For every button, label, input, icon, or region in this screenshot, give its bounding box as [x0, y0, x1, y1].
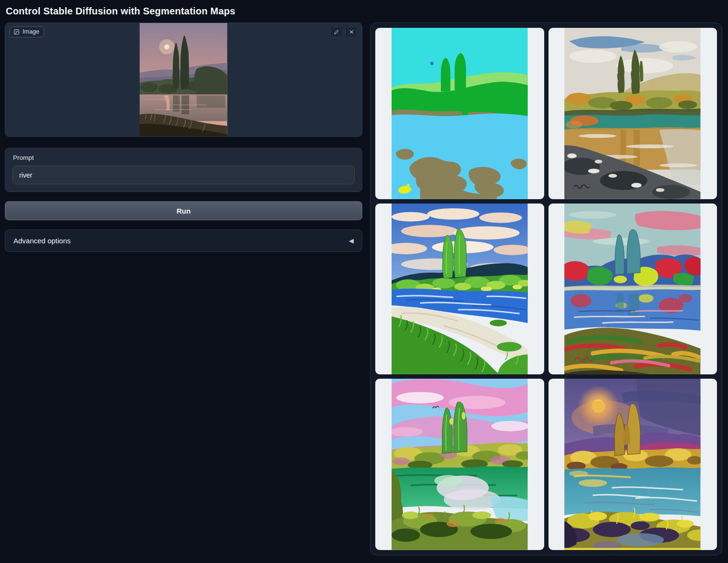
image-actions — [330, 26, 358, 37]
dusk-river-photo — [140, 23, 227, 136]
uploaded-image — [5, 23, 362, 136]
output-gallery — [370, 23, 722, 555]
fauvist-image — [564, 204, 701, 375]
prompt-label: Prompt — [13, 154, 355, 161]
image-input[interactable]: Image — [5, 23, 362, 137]
pencil-icon — [334, 29, 339, 35]
advanced-options-accordion[interactable]: Advanced options ◀ — [5, 229, 362, 252]
close-icon — [349, 29, 354, 35]
gallery-item-segmentation-map[interactable] — [375, 28, 544, 199]
image-label: Image — [23, 28, 39, 35]
edit-image-button[interactable] — [330, 26, 343, 37]
image-icon — [13, 29, 20, 35]
gallery-item-watercolor[interactable] — [549, 28, 717, 199]
gallery-item-pink-sunset[interactable] — [375, 379, 544, 550]
golden-sunset-image — [564, 379, 701, 550]
run-button[interactable]: Run — [5, 201, 362, 220]
advanced-options-label: Advanced options — [13, 237, 71, 245]
segmentation-map-image — [392, 28, 528, 199]
gallery-item-golden-sunset[interactable] — [549, 379, 717, 550]
clear-image-button[interactable] — [345, 26, 358, 37]
watercolor-image — [564, 28, 701, 199]
prompt-block: Prompt — [5, 148, 362, 192]
prompt-input[interactable] — [12, 166, 355, 184]
main-columns: Image — [5, 23, 722, 555]
image-label-badge: Image — [10, 26, 44, 37]
collapse-arrow-icon: ◀ — [349, 238, 354, 244]
gallery-item-fauvist[interactable] — [549, 204, 717, 375]
page-title: Control Stable Diffusion with Segmentati… — [5, 4, 722, 23]
vivid-day-image — [392, 204, 528, 375]
pink-sunset-image — [392, 379, 528, 550]
app: Control Stable Diffusion with Segmentati… — [0, 0, 728, 559]
gallery-item-vivid-day[interactable] — [375, 204, 544, 375]
input-column: Image — [5, 23, 362, 252]
